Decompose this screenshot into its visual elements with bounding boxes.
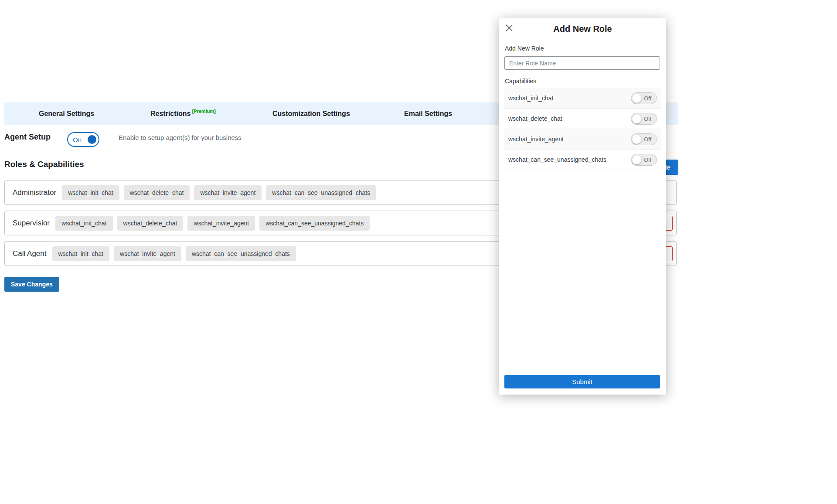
capability-chip: wschat_can_see_unassigned_chats xyxy=(259,216,370,231)
tab-email-settings[interactable]: Email Settings xyxy=(404,102,452,125)
toggle-knob-icon xyxy=(632,114,641,123)
toggle-state-label: Off xyxy=(644,157,651,163)
tab-label: Email Settings xyxy=(404,110,452,117)
tab-general-settings[interactable]: General Settings xyxy=(39,102,94,125)
toggle-state-label: Off xyxy=(644,95,651,102)
capability-chip: wschat_can_see_unassigned_chats xyxy=(186,246,296,261)
app-canvas: General SettingsRestrictions[Premium]Cus… xyxy=(0,0,837,504)
capabilities-list: wschat_init_chatOffwschat_delete_chatOff… xyxy=(504,88,661,170)
capability-name: wschat_invite_agent xyxy=(508,136,564,143)
capability-toggle[interactable]: Off xyxy=(631,113,657,125)
capability-name: wschat_can_see_unassigned_chats xyxy=(508,156,606,163)
capability-row-wschat-init-chat: wschat_init_chatOff xyxy=(504,88,661,109)
capability-name: wschat_delete_chat xyxy=(508,115,562,122)
add-new-role-modal: Add New Role Add New Role Capabilities w… xyxy=(499,18,666,395)
save-changes-button[interactable]: Save Changes xyxy=(4,277,59,292)
tab-customization-settings[interactable]: Customization Settings xyxy=(272,102,350,125)
tab-label: Customization Settings xyxy=(272,110,350,117)
modal-title: Add New Role xyxy=(499,24,666,34)
tab-label: General Settings xyxy=(39,110,94,117)
capability-chip: wschat_init_chat xyxy=(52,246,110,261)
capability-chip: wschat_delete_chat xyxy=(117,216,184,231)
role-name-input[interactable] xyxy=(504,56,660,70)
premium-badge: [Premium] xyxy=(192,109,215,114)
toggle-state-label: Off xyxy=(644,136,651,143)
roles-capabilities-heading: Roles & Capabilities xyxy=(4,160,84,169)
capability-chip: wschat_invite_agent xyxy=(187,216,255,231)
role-name: Call Agent xyxy=(13,249,47,258)
capability-chip: wschat_invite_agent xyxy=(194,185,262,200)
capability-chip: wschat_init_chat xyxy=(55,216,113,231)
capability-toggle[interactable]: Off xyxy=(631,92,657,104)
capability-toggle[interactable]: Off xyxy=(631,133,657,145)
capability-chip: wschat_delete_chat xyxy=(124,185,190,200)
capability-row-wschat-delete-chat: wschat_delete_chatOff xyxy=(504,109,661,129)
toggle-knob-icon xyxy=(632,135,641,144)
capabilities-label: Capabilities xyxy=(505,78,536,85)
role-name: Supervisior xyxy=(13,219,50,228)
capability-name: wschat_init_chat xyxy=(508,95,554,102)
tab-restrictions[interactable]: Restrictions[Premium] xyxy=(150,102,216,125)
toggle-state-label: Off xyxy=(644,116,651,122)
submit-button[interactable]: Submit xyxy=(504,375,660,388)
capability-row-wschat-can-see-unassigned-chats: wschat_can_see_unassigned_chatsOff xyxy=(504,150,661,170)
toggle-knob-icon xyxy=(88,135,96,144)
capability-row-wschat-invite-agent: wschat_invite_agentOff xyxy=(504,129,661,150)
capability-chip: wschat_init_chat xyxy=(62,185,119,200)
toggle-knob-icon xyxy=(632,94,641,103)
toggle-knob-icon xyxy=(632,155,641,164)
tab-label: Restrictions xyxy=(150,110,191,117)
role-name: Administrator xyxy=(13,188,56,197)
capability-toggle[interactable]: Off xyxy=(631,154,657,166)
capability-chip: wschat_invite_agent xyxy=(114,246,181,261)
agent-setup-toggle-state: On xyxy=(73,136,82,143)
agent-setup-description: Enable to setup agent(s) for your busine… xyxy=(119,134,242,141)
agent-setup-label: Agent Setup xyxy=(4,133,51,142)
agent-setup-toggle[interactable]: On xyxy=(67,132,99,147)
capability-chip: wschat_can_see_unassigned_chats xyxy=(266,185,376,200)
role-name-field-label: Add New Role xyxy=(505,45,544,52)
